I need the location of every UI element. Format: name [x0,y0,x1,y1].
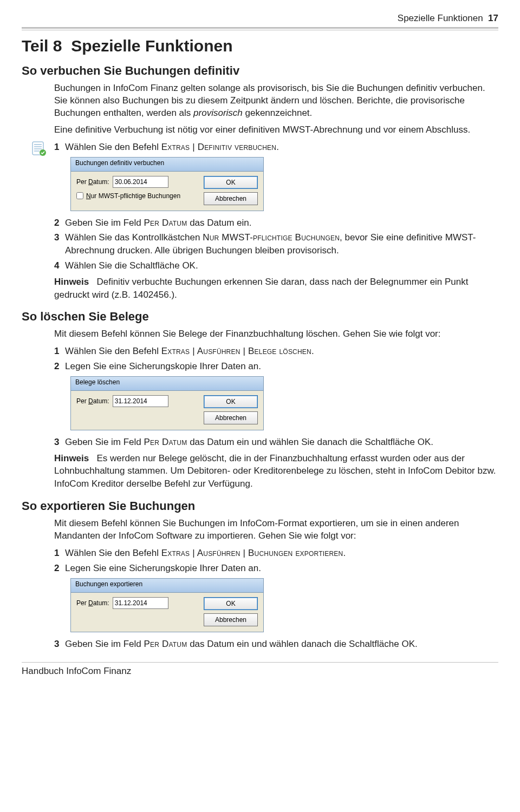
per-datum-input[interactable] [113,395,168,407]
dialog-export: Buchungen exportieren Per Datum: OK Abbr… [70,578,264,632]
cancel-button[interactable]: Abbrechen [204,411,258,424]
part-name: Spezielle Funktionen [71,37,232,55]
header-rule-thick [22,27,498,29]
sec1-step1: 1 Wählen Sie den Befehl Extras | Definit… [54,141,498,154]
page-header: Spezielle Funktionen 17 [22,13,498,24]
sec1-step3: 3 Wählen Sie das Kontrollkästchen Nur MW… [54,231,498,257]
dialog-loeschen: Belege löschen Per Datum: OK Abbrechen [70,376,264,430]
heading-definitiv: So verbuchen Sie Buchungen definitiv [22,64,498,78]
per-datum-label: Per Datum: [76,178,109,186]
sec2-step3: 3 Geben Sie im Feld Per Datum das Datum … [54,436,498,449]
sec3-step2: 2 Legen Sie eine Sicherungskopie Ihrer D… [54,562,498,575]
sec2-hinweis: Hinweis Es werden nur Belege gelöscht, d… [54,452,498,490]
sec2-para1: Mit diesem Befehl können Sie Belege der … [54,328,498,340]
per-datum-label: Per Datum: [76,599,109,607]
sec1-step4: 4 Wählen Sie die Schaltfläche OK. [54,259,498,272]
sec2-step1: 1 Wählen Sie den Befehl Extras | Ausführ… [54,345,498,358]
note-icon [31,141,47,157]
mwst-checkbox[interactable] [76,192,83,199]
ok-button[interactable]: OK [204,597,258,610]
sec1-hinweis: Hinweis Definitiv verbuchte Buchungen er… [54,276,498,302]
dialog-title: Buchungen definitiv verbuchen [71,158,263,172]
per-datum-input[interactable] [113,176,168,188]
header-page: 17 [488,13,498,23]
mwst-checkbox-label: Nur MWST-pflichtige Buchungen [86,192,180,200]
part-prefix: Teil 8 [22,37,62,55]
cancel-button[interactable]: Abbrechen [204,613,258,626]
sec3-step1: 1 Wählen Sie den Befehl Extras | Ausführ… [54,547,498,560]
header-section: Spezielle Funktionen [398,13,483,23]
sec3-step3: 3 Geben Sie im Feld Per Datum das Datum … [54,638,498,651]
sec1-step2: 2 Geben Sie im Feld Per Datum das Datum … [54,217,498,230]
heading-export: So exportieren Sie Buchungen [22,499,498,513]
per-datum-label: Per Datum: [76,397,109,405]
cancel-button[interactable]: Abbrechen [204,192,258,205]
ok-button[interactable]: OK [204,395,258,408]
sec2-step2: 2 Legen Sie eine Sicherungskopie Ihrer D… [54,360,498,373]
part-title: Teil 8 Spezielle Funktionen [22,37,498,55]
dialog-title: Buchungen exportieren [71,579,263,593]
sec1-para2: Eine definitive Verbuchung ist nötig vor… [54,124,498,136]
dialog-definitiv: Buchungen definitiv verbuchen Per Datum:… [70,157,264,211]
dialog-title: Belege löschen [71,377,263,391]
footer-text: Handbuch InfoCom Finanz [22,666,498,677]
footer-rule [22,662,498,663]
sec3-para1: Mit diesem Befehl können Sie Buchungen i… [54,518,498,542]
sec1-para1: Buchungen in InfoCom Finanz gelten solan… [54,82,498,120]
per-datum-input[interactable] [113,597,168,609]
heading-loeschen: So löschen Sie Belege [22,310,498,324]
header-rule-thin [22,30,498,30]
ok-button[interactable]: OK [204,176,258,189]
